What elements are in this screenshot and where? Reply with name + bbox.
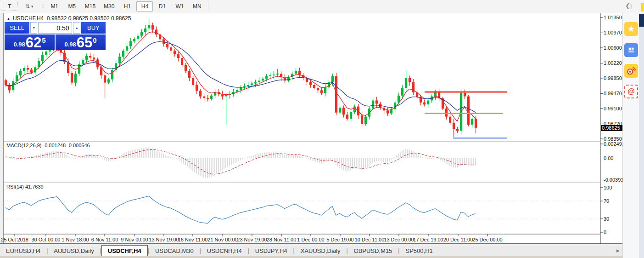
buy-button-label: BUY <box>87 24 100 32</box>
spinner-up-icon: ▲ <box>75 26 78 29</box>
favorites-star-icon[interactable]: ★ <box>624 22 638 36</box>
time-axis-label: 10 Dec 11:00 <box>355 237 385 242</box>
weibo-icon[interactable] <box>624 64 638 78</box>
sidebar-collapse-icon[interactable]: ❮| <box>625 2 632 9</box>
chart-tab-usdcnh[interactable]: USDCNH,H4 <box>201 245 248 256</box>
time-axis-label: 20 Dec 11:00 <box>443 237 473 242</box>
chevron-down-icon: ▾ <box>31 4 34 9</box>
tab-scroll-right-icon[interactable]: ▶ <box>616 248 620 253</box>
timeframe-button-m30[interactable]: M30 <box>100 1 118 11</box>
price-axis-label: 0.99100 <box>604 106 622 111</box>
sell-price-pip: 5 <box>42 36 45 44</box>
sidebar-scrollbar-track[interactable] <box>639 13 644 258</box>
sell-price-box[interactable]: 0.98 62 5 <box>5 34 55 50</box>
time-axis-label: 13 Dec 00:00 <box>384 237 414 242</box>
time-axis-label: 6 Nov 11:00 <box>91 237 118 242</box>
buy-price-pip: 0 <box>93 36 96 44</box>
sell-price-big: 62 <box>26 36 41 50</box>
price-axis-label: 1.00220 <box>604 60 622 66</box>
weibo-eye-glyph <box>626 66 636 76</box>
time-axis-label: 28 Nov 11:00 <box>267 237 297 242</box>
timeframe-button-w1[interactable]: W1 <box>171 1 188 11</box>
chart-tab-xauusd[interactable]: XAUUSD,Daily <box>295 245 347 256</box>
sell-button[interactable]: SELL <box>5 22 29 34</box>
chart-tab-bar: EURUSD,H4|AUDUSD,Daily|USDCHF,H4|USDCAD,… <box>0 245 622 256</box>
time-axis-label: 17 Dec 19:00 <box>413 237 443 242</box>
timeframe-button-m5[interactable]: M5 <box>64 1 80 11</box>
time-axis-label: 30 Oct 00:00 <box>32 237 61 242</box>
price-axis-label: 1.00600 <box>604 45 622 51</box>
chart-tab-usdcad[interactable]: USDCAD,M30 <box>149 245 200 256</box>
text-tool-icon[interactable]: T <box>2 2 17 11</box>
chart-title-ohlc: 0.98532 0.98625 0.98502 0.98625 <box>47 15 131 22</box>
buy-price-prefix: 0.98 <box>64 41 76 48</box>
buy-price-big: 65 <box>77 36 92 50</box>
sell-price-prefix: 0.98 <box>13 41 25 48</box>
toolbar-separator <box>208 2 208 11</box>
time-axis-label: 9 Nov 00:00 <box>121 237 148 242</box>
chart-tab-sp500[interactable]: SP500,H1 <box>399 245 438 256</box>
time-axis-label: 16 Nov 11:00 <box>178 237 208 242</box>
news-icon[interactable] <box>624 43 638 57</box>
volume-decrease-button[interactable]: ▼ <box>30 22 37 34</box>
chart-tab-gbpusd[interactable]: GBPUSD,M15 <box>348 245 398 256</box>
spinner-down-icon: ▼ <box>32 26 35 29</box>
buy-button[interactable]: BUY <box>81 22 106 34</box>
timeframe-button-group: M1M5M15M30H1H4D1W1MN <box>46 1 206 11</box>
chart-title-symbol: USDCHF,H4 <box>13 15 44 22</box>
macd-axis-label: 0.00 <box>604 155 613 161</box>
chart-tab-usdjpy[interactable]: USDJPY,H4 <box>249 245 293 256</box>
star-glyph: ★ <box>627 24 635 34</box>
rsi-axis-label: 30 <box>604 216 609 222</box>
timeframe-button-h1[interactable]: H1 <box>119 1 135 11</box>
email-at-icon[interactable]: @ <box>624 85 638 98</box>
arrows-glyph: ⇅ <box>25 3 30 10</box>
buy-price-box[interactable]: 0.98 65 0 <box>56 34 106 50</box>
price-axis-label: 0.99850 <box>604 75 622 81</box>
timeframe-button-m1[interactable]: M1 <box>46 1 63 11</box>
price-axis-label: 0.99470 <box>604 91 622 96</box>
time-axis-label: 1 Nov 18:00 <box>62 237 89 242</box>
chart-tab-eurusd[interactable]: EURUSD,H4 <box>0 245 46 256</box>
macd-label: MACD(12,26,9) -0.001248 -0.000546 <box>6 143 90 148</box>
time-axis-label: 23 Nov 19:00 <box>237 237 267 242</box>
timeframe-button-d1[interactable]: D1 <box>154 1 170 11</box>
rsi-axis-label: 0 <box>604 229 606 235</box>
time-axis-label: 25 Oct 2018 <box>1 237 28 242</box>
collapse-panel-arrow-icon[interactable]: ▲ <box>6 17 11 21</box>
one-click-trade-panel: SELL ▼ ▲ BUY 0.98 62 5 0.98 65 0 <box>5 22 106 50</box>
rsi-axis-label: 70 <box>604 198 609 204</box>
time-axis-label: 13 Nov 19:00 <box>149 237 179 242</box>
clipped-corner-icon <box>641 3 644 11</box>
chart-title: ▲USDCHF,H4 0.98532 0.98625 0.98502 0.986… <box>6 15 131 22</box>
newspaper-glyph <box>627 46 636 55</box>
time-axis-label: 21 Nov 00:00 <box>207 237 237 242</box>
timeframe-button-h4[interactable]: H4 <box>136 1 153 11</box>
price-axis-label: 1.01350 <box>604 15 622 20</box>
sell-button-label: SELL <box>10 24 24 32</box>
chart-tab-audusd[interactable]: AUDUSD,Daily <box>48 245 100 256</box>
toolbar-grip: ⁞⁞ <box>42 4 43 9</box>
price-axis-label: 1.00970 <box>604 30 622 35</box>
time-axis-label: 5 Dec 19:00 <box>326 237 353 242</box>
top-toolbar: T ⇅ ▾ ⁞⁞ M1M5M15M30H1H4D1W1MN <box>0 0 644 13</box>
rsi-label: RSI(14) 41.7639 <box>6 184 44 189</box>
volume-increase-button[interactable]: ▲ <box>73 22 80 34</box>
time-axis-label: 1 Dec 00:00 <box>297 237 324 242</box>
timeframe-button-m15[interactable]: M15 <box>81 1 99 11</box>
rsi-axis-label: 100 <box>604 185 612 190</box>
macd-axis-label: 0.002492 <box>604 141 625 147</box>
sidebar-scrollbar-thumb[interactable] <box>639 14 644 27</box>
chart-tab-usdchf[interactable]: USDCHF,H4 <box>101 245 148 256</box>
current-price-tag: 0.98625 <box>601 125 624 131</box>
window-bottom-strip <box>0 256 644 258</box>
drawing-tools-icon[interactable]: ⇅ ▾ <box>22 1 37 11</box>
at-glyph: @ <box>627 87 635 96</box>
volume-input[interactable] <box>38 22 72 34</box>
time-axis-label: 25 Dec 00:00 <box>472 237 502 242</box>
timeframe-button-mn[interactable]: MN <box>189 1 205 11</box>
